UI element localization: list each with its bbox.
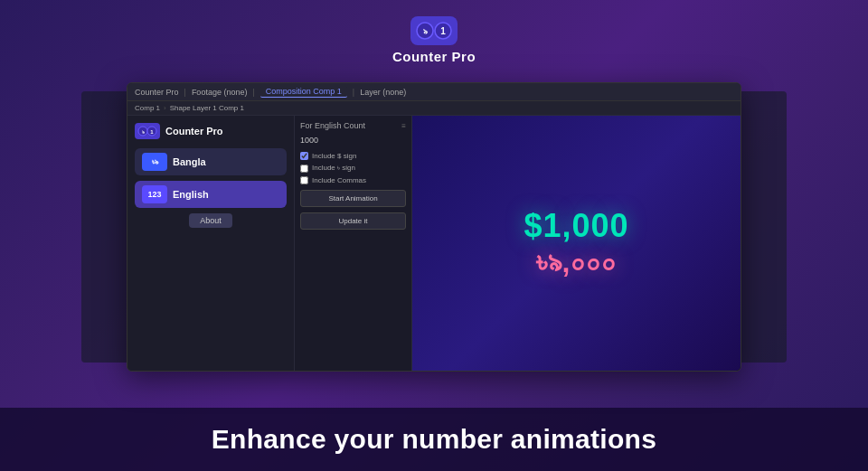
preview-english-number: $1,000: [524, 206, 628, 245]
include-taka-checkbox[interactable]: [300, 165, 308, 173]
bangla-plugin-icon: ৳৯: [142, 153, 167, 171]
ae-left-panel: ৯ 1 Counter Pro ৳৯ Bangla 123 English: [127, 116, 295, 371]
panel-title: Counter Pro: [165, 126, 223, 137]
checkbox-taka: Include ৳ sign: [300, 164, 406, 173]
bangla-plugin-item[interactable]: ৳৯ Bangla: [135, 148, 287, 175]
ae-body: ৯ 1 Counter Pro ৳৯ Bangla 123 English: [127, 116, 741, 371]
ae-window: Counter Pro | Footage (none) | Compositi…: [127, 82, 741, 372]
english-plugin-item[interactable]: 123 English: [135, 181, 287, 208]
ae-breadcrumb: Comp 1 › Shape Layer 1 Comp 1: [127, 101, 741, 116]
checkbox-commas: Include Commas: [300, 176, 406, 184]
include-dollar-checkbox[interactable]: [300, 152, 308, 160]
bangla-plugin-label: Bangla: [173, 156, 206, 167]
preview-bangla-number: ৳৯,০০০: [524, 245, 628, 279]
svg-text:1: 1: [440, 26, 446, 36]
about-btn-wrapper: About: [135, 213, 287, 228]
ae-layer-label: Layer (none): [360, 88, 406, 97]
ae-comp1-link[interactable]: Comp 1: [135, 104, 160, 112]
tagline: Enhance your number animations: [0, 408, 868, 471]
start-animation-button[interactable]: Start Animation: [300, 190, 406, 207]
checkbox-dollar: Include $ sign: [300, 152, 406, 160]
svg-text:৯: ৯: [422, 26, 427, 36]
about-button[interactable]: About: [189, 213, 232, 228]
include-dollar-label: Include $ sign: [312, 152, 356, 160]
expand-icon: ≡: [401, 122, 406, 130]
app-title: Counter Pro: [392, 49, 476, 64]
top-logo: ৯ 1 Counter Pro: [392, 16, 476, 64]
panel-header: ৯ 1 Counter Pro: [135, 123, 287, 139]
ae-composition-tab[interactable]: Composition Comp 1: [260, 86, 347, 98]
english-plugin-label: English: [173, 189, 209, 200]
section-title-text: For English Count: [300, 121, 365, 130]
ae-middle-panel: For English Count ≡ 1000 Include $ sign …: [295, 116, 412, 371]
ae-counter-pro-label: Counter Pro: [135, 88, 179, 97]
ae-preview: $1,000 ৳৯,০০০: [412, 116, 741, 371]
include-commas-checkbox[interactable]: [300, 176, 308, 184]
include-commas-label: Include Commas: [312, 176, 366, 184]
english-plugin-icon: 123: [142, 185, 167, 203]
logo-icon: ৯ 1: [410, 16, 458, 45]
ae-footage-label: Footage (none): [192, 88, 248, 97]
ae-shape-layer-link[interactable]: Shape Layer 1 Comp 1: [170, 104, 244, 112]
section-title-row: For English Count ≡: [300, 121, 406, 130]
include-taka-label: Include ৳ sign: [312, 164, 355, 173]
preview-content: $1,000 ৳৯,০০০: [524, 206, 628, 280]
update-button[interactable]: Update it: [300, 212, 406, 230]
svg-text:৯: ৯: [142, 129, 145, 135]
value-display: 1000: [300, 134, 406, 146]
screenshot-wrapper: Counter Pro | Footage (none) | Compositi…: [81, 73, 787, 381]
ae-topbar: Counter Pro | Footage (none) | Compositi…: [127, 83, 741, 101]
tagline-text: Enhance your number animations: [212, 424, 656, 455]
hero-container: ৯ 1 Counter Pro Counter Pro | Footage (n…: [0, 0, 868, 471]
